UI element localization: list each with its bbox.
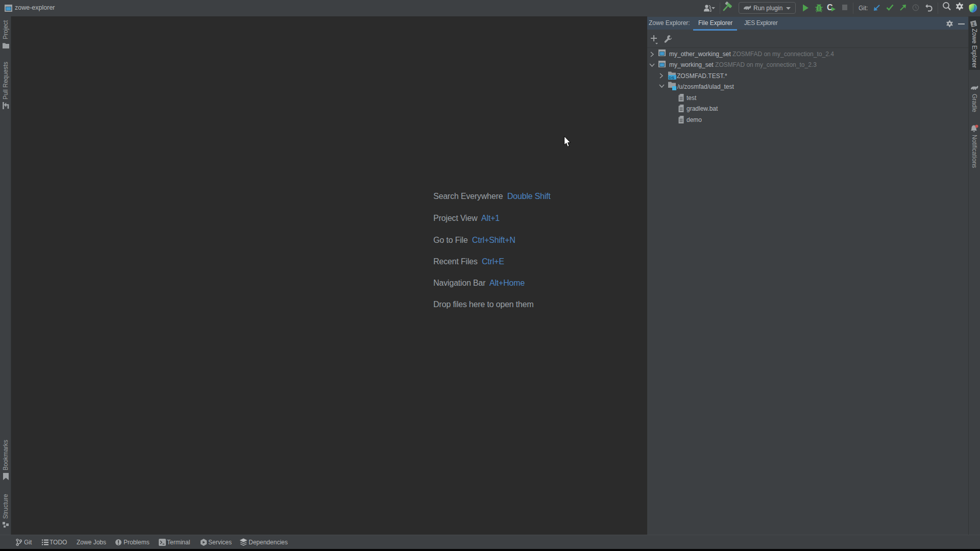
svg-text:DS: DS [669,76,675,80]
